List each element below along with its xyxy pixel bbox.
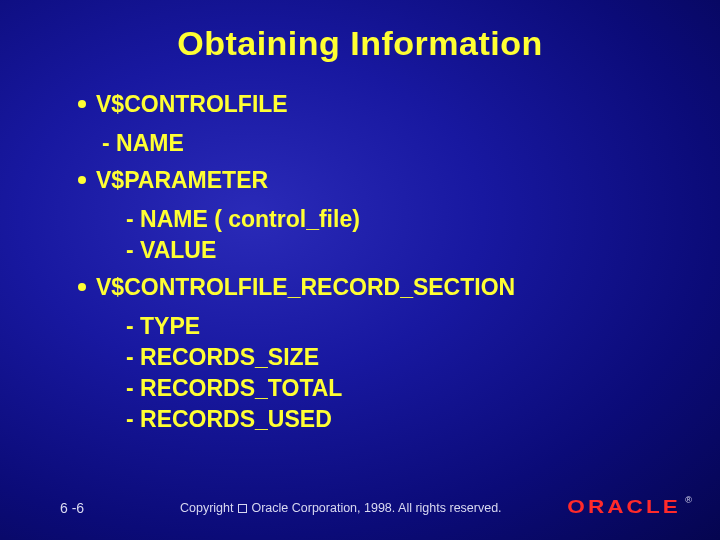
copyright-post: Oracle Corporation, 1998. All rights res…: [248, 501, 502, 515]
oracle-logo: ORACLE ®: [590, 497, 720, 518]
slide-content: V$CONTROLFILE - NAME V$PARAMETER - NAME …: [0, 63, 720, 435]
bullet-sub: - NAME ( control_file): [78, 204, 720, 235]
bullet-sub: - RECORDS_SIZE: [78, 342, 720, 373]
copyright-pre: Copyright: [180, 501, 237, 515]
bullet-head: V$CONTROLFILE_RECORD_SECTION: [96, 272, 515, 303]
copyright-glyph-icon: [238, 504, 247, 513]
slide-footer: 6 -6 Copyright Oracle Corporation, 1998.…: [0, 497, 720, 518]
registered-mark-icon: ®: [685, 495, 692, 505]
slide-number: 6 -6: [0, 500, 180, 516]
bullet-item: V$PARAMETER: [78, 165, 720, 196]
bullet-head: V$PARAMETER: [96, 165, 268, 196]
bullet-icon: [78, 100, 86, 108]
slide-title: Obtaining Information: [0, 0, 720, 63]
bullet-sub: - TYPE: [78, 311, 720, 342]
bullet-icon: [78, 283, 86, 291]
bullet-sub: - NAME: [78, 128, 720, 159]
copyright-text: Copyright Oracle Corporation, 1998. All …: [180, 501, 590, 515]
bullet-sub: - RECORDS_USED: [78, 404, 720, 435]
bullet-item: V$CONTROLFILE_RECORD_SECTION: [78, 272, 720, 303]
bullet-icon: [78, 176, 86, 184]
oracle-logo-text: ORACLE: [568, 497, 682, 518]
bullet-head: V$CONTROLFILE: [96, 89, 288, 120]
bullet-sub: - RECORDS_TOTAL: [78, 373, 720, 404]
bullet-item: V$CONTROLFILE: [78, 89, 720, 120]
bullet-sub: - VALUE: [78, 235, 720, 266]
